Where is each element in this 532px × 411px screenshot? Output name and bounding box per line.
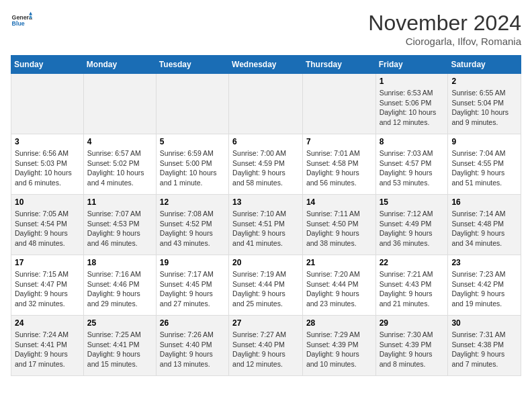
- day-info: Sunrise: 7:25 AM Sunset: 4:41 PM Dayligh…: [87, 330, 152, 369]
- calendar-week-2: 3Sunrise: 6:56 AM Sunset: 5:03 PM Daylig…: [11, 134, 521, 195]
- calendar-cell: 21Sunrise: 7:20 AM Sunset: 4:44 PM Dayli…: [302, 255, 375, 316]
- weekday-header-monday: Monday: [83, 56, 156, 74]
- day-number: 8: [380, 137, 445, 146]
- day-info: Sunrise: 7:31 AM Sunset: 4:38 PM Dayligh…: [451, 330, 517, 369]
- day-number: 18: [87, 258, 152, 267]
- calendar-cell: 25Sunrise: 7:25 AM Sunset: 4:41 PM Dayli…: [83, 316, 156, 376]
- day-number: 16: [451, 197, 517, 207]
- calendar-cell: 10Sunrise: 7:05 AM Sunset: 4:54 PM Dayli…: [11, 195, 84, 255]
- day-info: Sunrise: 7:15 AM Sunset: 4:47 PM Dayligh…: [15, 269, 80, 309]
- calendar-cell: 29Sunrise: 7:30 AM Sunset: 4:39 PM Dayli…: [375, 316, 448, 376]
- calendar-cell: 13Sunrise: 7:10 AM Sunset: 4:51 PM Dayli…: [229, 195, 303, 255]
- day-number: 20: [232, 258, 299, 267]
- svg-marker-2: [29, 12, 32, 15]
- day-number: 21: [306, 258, 372, 267]
- day-number: 17: [15, 258, 80, 267]
- calendar-cell: 26Sunrise: 7:26 AM Sunset: 4:40 PM Dayli…: [156, 316, 228, 376]
- calendar-cell: 14Sunrise: 7:11 AM Sunset: 4:50 PM Dayli…: [302, 195, 375, 255]
- day-number: 1: [380, 77, 445, 86]
- day-number: 29: [380, 318, 445, 328]
- weekday-header-friday: Friday: [375, 56, 448, 74]
- day-info: Sunrise: 7:11 AM Sunset: 4:50 PM Dayligh…: [306, 209, 372, 248]
- calendar-cell: 30Sunrise: 7:31 AM Sunset: 4:38 PM Dayli…: [448, 316, 521, 376]
- day-number: 30: [451, 318, 517, 328]
- calendar-cell: 24Sunrise: 7:24 AM Sunset: 4:41 PM Dayli…: [11, 316, 84, 376]
- day-info: Sunrise: 6:56 AM Sunset: 5:03 PM Dayligh…: [15, 148, 80, 188]
- calendar-cell: 20Sunrise: 7:19 AM Sunset: 4:44 PM Dayli…: [229, 255, 303, 316]
- day-info: Sunrise: 7:27 AM Sunset: 4:40 PM Dayligh…: [232, 330, 299, 369]
- calendar-cell: 7Sunrise: 7:01 AM Sunset: 4:58 PM Daylig…: [302, 134, 375, 195]
- day-number: 25: [87, 318, 152, 328]
- calendar-cell: 15Sunrise: 7:12 AM Sunset: 4:49 PM Dayli…: [375, 195, 448, 255]
- day-info: Sunrise: 7:19 AM Sunset: 4:44 PM Dayligh…: [232, 269, 299, 309]
- day-info: Sunrise: 7:20 AM Sunset: 4:44 PM Dayligh…: [306, 269, 372, 309]
- weekday-header-tuesday: Tuesday: [156, 56, 228, 74]
- calendar-cell: 5Sunrise: 6:59 AM Sunset: 5:00 PM Daylig…: [156, 134, 228, 195]
- calendar-week-4: 17Sunrise: 7:15 AM Sunset: 4:47 PM Dayli…: [11, 255, 521, 316]
- day-info: Sunrise: 7:30 AM Sunset: 4:39 PM Dayligh…: [380, 330, 445, 369]
- calendar-cell: [302, 74, 375, 134]
- day-number: 9: [451, 137, 517, 146]
- calendar-cell: 19Sunrise: 7:17 AM Sunset: 4:45 PM Dayli…: [156, 255, 228, 316]
- weekday-header-sunday: Sunday: [11, 56, 84, 74]
- calendar-cell: 8Sunrise: 7:03 AM Sunset: 4:57 PM Daylig…: [375, 134, 448, 195]
- day-number: 15: [380, 197, 445, 207]
- day-info: Sunrise: 7:00 AM Sunset: 4:59 PM Dayligh…: [232, 148, 299, 188]
- calendar-week-5: 24Sunrise: 7:24 AM Sunset: 4:41 PM Dayli…: [11, 316, 521, 376]
- day-number: 14: [306, 197, 372, 207]
- day-info: Sunrise: 7:14 AM Sunset: 4:48 PM Dayligh…: [451, 209, 517, 248]
- calendar-cell: [83, 74, 156, 134]
- day-number: 10: [15, 197, 80, 207]
- day-info: Sunrise: 6:57 AM Sunset: 5:02 PM Dayligh…: [87, 148, 152, 188]
- day-number: 4: [87, 137, 152, 146]
- calendar-cell: [229, 74, 303, 134]
- day-info: Sunrise: 6:53 AM Sunset: 5:06 PM Dayligh…: [380, 88, 445, 128]
- calendar-cell: 2Sunrise: 6:55 AM Sunset: 5:04 PM Daylig…: [448, 74, 521, 134]
- day-number: 28: [306, 318, 372, 328]
- calendar-cell: [11, 74, 84, 134]
- day-info: Sunrise: 6:55 AM Sunset: 5:04 PM Dayligh…: [451, 88, 517, 128]
- calendar-cell: 17Sunrise: 7:15 AM Sunset: 4:47 PM Dayli…: [11, 255, 84, 316]
- day-number: 23: [451, 258, 517, 267]
- calendar-cell: 16Sunrise: 7:14 AM Sunset: 4:48 PM Dayli…: [448, 195, 521, 255]
- calendar-cell: [156, 74, 228, 134]
- day-info: Sunrise: 7:29 AM Sunset: 4:39 PM Dayligh…: [306, 330, 372, 369]
- day-number: 27: [232, 318, 299, 328]
- day-number: 13: [232, 197, 299, 207]
- month-title: November 2024: [368, 11, 521, 36]
- day-info: Sunrise: 6:59 AM Sunset: 5:00 PM Dayligh…: [160, 148, 225, 188]
- calendar-cell: 11Sunrise: 7:07 AM Sunset: 4:53 PM Dayli…: [83, 195, 156, 255]
- day-info: Sunrise: 7:23 AM Sunset: 4:42 PM Dayligh…: [451, 269, 517, 309]
- day-number: 5: [160, 137, 225, 146]
- day-number: 7: [306, 137, 372, 146]
- calendar-cell: 3Sunrise: 6:56 AM Sunset: 5:03 PM Daylig…: [11, 134, 84, 195]
- day-info: Sunrise: 7:05 AM Sunset: 4:54 PM Dayligh…: [15, 209, 80, 248]
- day-info: Sunrise: 7:01 AM Sunset: 4:58 PM Dayligh…: [306, 148, 372, 188]
- calendar-cell: 28Sunrise: 7:29 AM Sunset: 4:39 PM Dayli…: [302, 316, 375, 376]
- calendar-cell: 18Sunrise: 7:16 AM Sunset: 4:46 PM Dayli…: [83, 255, 156, 316]
- day-info: Sunrise: 7:24 AM Sunset: 4:41 PM Dayligh…: [15, 330, 80, 369]
- day-info: Sunrise: 7:17 AM Sunset: 4:45 PM Dayligh…: [160, 269, 225, 309]
- logo: General Blue: [11, 11, 32, 32]
- day-number: 2: [451, 77, 517, 86]
- weekday-header-saturday: Saturday: [448, 56, 521, 74]
- day-info: Sunrise: 7:08 AM Sunset: 4:52 PM Dayligh…: [160, 209, 225, 248]
- calendar-cell: 1Sunrise: 6:53 AM Sunset: 5:06 PM Daylig…: [375, 74, 448, 134]
- day-number: 6: [232, 137, 299, 146]
- calendar-cell: 23Sunrise: 7:23 AM Sunset: 4:42 PM Dayli…: [448, 255, 521, 316]
- calendar-cell: 22Sunrise: 7:21 AM Sunset: 4:43 PM Dayli…: [375, 255, 448, 316]
- day-number: 26: [160, 318, 225, 328]
- day-info: Sunrise: 7:10 AM Sunset: 4:51 PM Dayligh…: [232, 209, 299, 248]
- calendar-cell: 6Sunrise: 7:00 AM Sunset: 4:59 PM Daylig…: [229, 134, 303, 195]
- calendar-cell: 9Sunrise: 7:04 AM Sunset: 4:55 PM Daylig…: [448, 134, 521, 195]
- day-number: 3: [15, 137, 80, 146]
- day-number: 22: [380, 258, 445, 267]
- day-info: Sunrise: 7:07 AM Sunset: 4:53 PM Dayligh…: [87, 209, 152, 248]
- day-info: Sunrise: 7:03 AM Sunset: 4:57 PM Dayligh…: [380, 148, 445, 188]
- calendar-cell: 4Sunrise: 6:57 AM Sunset: 5:02 PM Daylig…: [83, 134, 156, 195]
- weekday-header-thursday: Thursday: [302, 56, 375, 74]
- day-info: Sunrise: 7:26 AM Sunset: 4:40 PM Dayligh…: [160, 330, 225, 369]
- day-number: 11: [87, 197, 152, 207]
- day-number: 24: [15, 318, 80, 328]
- day-number: 12: [160, 197, 225, 207]
